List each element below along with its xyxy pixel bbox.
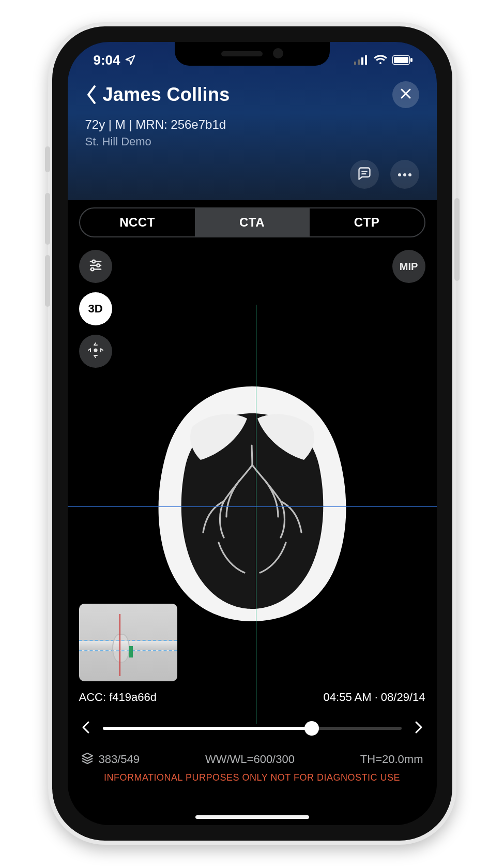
screen: 9:04 — [68, 42, 437, 825]
svg-point-17 — [97, 264, 100, 267]
facility-name: St. Hill Demo — [85, 135, 419, 148]
chat-icon — [357, 166, 372, 183]
accession-label: ACC: f419a66d — [79, 691, 157, 704]
settings-button[interactable] — [79, 250, 112, 283]
prev-slice-button[interactable] — [79, 721, 93, 736]
orientation-inset[interactable] — [79, 604, 177, 681]
patient-name: James Collins — [103, 84, 230, 106]
slice-count: 383/549 — [99, 753, 140, 766]
next-slice-button[interactable] — [412, 721, 425, 736]
volume-down-button — [45, 255, 50, 307]
svg-rect-0 — [354, 62, 356, 65]
mute-switch — [45, 146, 50, 172]
slice-thickness: TH=20.0mm — [360, 753, 423, 766]
svg-point-19 — [91, 268, 94, 271]
pan-button[interactable] — [79, 335, 112, 368]
chevron-left-icon — [85, 84, 98, 105]
mip-label: MIP — [400, 261, 418, 273]
layers-icon — [81, 752, 94, 767]
device-frame: 9:04 — [0, 0, 504, 867]
back-button[interactable]: James Collins — [85, 84, 230, 106]
location-icon — [125, 54, 136, 66]
series-tabs: NCCT CTA CTP — [68, 200, 437, 237]
pan-icon — [87, 341, 104, 361]
svg-marker-21 — [82, 753, 93, 758]
svg-rect-1 — [358, 59, 360, 65]
study-datetime: 04:55 AM · 08/29/14 — [324, 691, 425, 704]
mip-button[interactable]: MIP — [392, 250, 425, 283]
cellular-icon — [354, 55, 369, 65]
slice-scrubber[interactable] — [79, 721, 425, 736]
patient-subline: 72y | M | MRN: 256e7b1d — [85, 117, 419, 132]
disclaimer: INFORMATIONAL PURPOSES ONLY NOT FOR DIAG… — [81, 772, 423, 783]
svg-point-20 — [94, 349, 97, 351]
svg-rect-5 — [394, 57, 408, 63]
scrubber-track[interactable] — [103, 727, 402, 730]
crosshair-vertical — [256, 305, 256, 724]
svg-point-11 — [398, 173, 401, 176]
scrubber-fill — [103, 727, 312, 730]
svg-rect-2 — [361, 57, 363, 65]
tab-ncct-label: NCCT — [119, 215, 155, 230]
svg-point-15 — [92, 260, 95, 263]
svg-point-12 — [403, 173, 406, 176]
ct-slice-image — [141, 382, 363, 625]
home-indicator[interactable] — [195, 815, 309, 819]
status-time: 9:04 — [94, 52, 120, 68]
wifi-icon — [374, 55, 387, 65]
crosshair-horizontal — [68, 506, 437, 507]
three-d-button[interactable]: 3D — [79, 292, 112, 325]
three-d-label: 3D — [88, 302, 102, 316]
more-icon — [398, 170, 412, 179]
tab-ncct[interactable]: NCCT — [80, 208, 195, 236]
tab-ctp-label: CTP — [354, 215, 380, 230]
svg-rect-3 — [365, 55, 367, 65]
sliders-icon — [88, 258, 103, 275]
power-button — [454, 198, 460, 281]
more-button[interactable] — [390, 160, 419, 189]
tab-cta[interactable]: CTA — [195, 208, 310, 236]
tab-ctp[interactable]: CTP — [310, 208, 424, 236]
notch — [175, 42, 330, 66]
window-level: WW/WL=600/300 — [205, 753, 295, 766]
phone-body: 9:04 — [48, 22, 456, 845]
battery-icon — [392, 55, 413, 65]
viewer-footer: 383/549 WW/WL=600/300 TH=20.0mm INFORMAT… — [68, 744, 437, 786]
scrubber-thumb[interactable] — [304, 721, 319, 736]
image-viewer[interactable]: 3D MIP — [68, 237, 437, 744]
volume-up-button — [45, 193, 50, 245]
tab-cta-label: CTA — [239, 215, 265, 230]
chat-button[interactable] — [350, 160, 379, 189]
svg-rect-6 — [410, 58, 413, 62]
svg-point-13 — [408, 173, 411, 176]
close-icon — [400, 87, 412, 102]
phone-bezel: 9:04 — [52, 26, 452, 841]
close-button[interactable] — [392, 81, 419, 108]
